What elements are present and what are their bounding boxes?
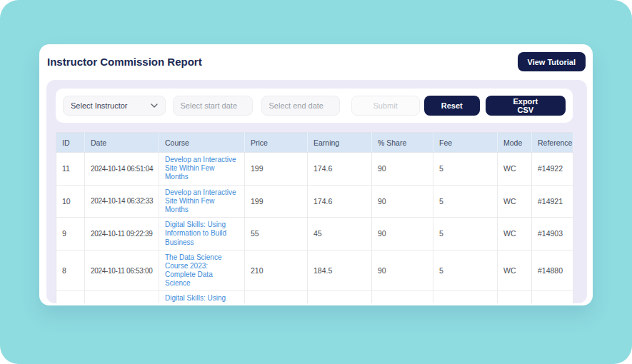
column-header-course: Course bbox=[159, 133, 245, 153]
cell-fee: 20 bbox=[433, 291, 498, 303]
cell-mode: WC bbox=[498, 291, 532, 303]
table-header: ID Date Course Price Earning % Share Fee… bbox=[56, 133, 573, 153]
cell-earning: 184.5 bbox=[308, 250, 372, 291]
cell-course: Digital Skills: Using Information to Bui… bbox=[159, 291, 245, 303]
cell-course: Digital Skills: Using Information to Bui… bbox=[159, 218, 245, 251]
table-header-row: ID Date Course Price Earning % Share Fee… bbox=[56, 133, 573, 153]
cell-mode: WC bbox=[498, 185, 532, 218]
cell-mode: WC bbox=[498, 153, 532, 186]
cell-id: 11 bbox=[56, 153, 85, 186]
card-header: Instructor Commission Report View Tutori… bbox=[39, 44, 593, 71]
cell-price: 210 bbox=[245, 250, 308, 291]
cell-date: 2024-10-14 06:32:33 bbox=[85, 185, 159, 218]
table-row: 10 2024-10-14 06:32:33 Develop an Intera… bbox=[56, 185, 573, 218]
commission-report-card: Instructor Commission Report View Tutori… bbox=[39, 44, 593, 305]
column-header-mode: Mode bbox=[498, 133, 532, 153]
view-tutorial-button[interactable]: View Tutorial bbox=[518, 52, 586, 71]
cell-fee: 5 bbox=[433, 218, 498, 251]
cell-price: 199 bbox=[245, 185, 308, 218]
course-link[interactable]: Develop an Interactive Site Within Few M… bbox=[165, 188, 239, 215]
cell-course: The Data Science Course 2023: Complete D… bbox=[159, 250, 245, 291]
column-header-reference: Reference bbox=[532, 133, 573, 153]
cell-reference: #14179 bbox=[532, 291, 573, 303]
cell-course: Develop an Interactive Site Within Few M… bbox=[159, 153, 245, 186]
cell-earning: 45 bbox=[308, 218, 372, 251]
cell-earning: 174.6 bbox=[308, 185, 372, 218]
table-body: 11 2024-10-14 06:51:04 Develop an Intera… bbox=[56, 153, 573, 304]
cell-mode: WC bbox=[498, 250, 532, 291]
cell-date: 2024-10-14 06:51:04 bbox=[85, 153, 159, 186]
end-date-input[interactable] bbox=[261, 96, 340, 116]
column-header-share: % Share bbox=[372, 133, 433, 153]
cell-fee: 5 bbox=[433, 153, 498, 186]
submit-button[interactable]: Submit bbox=[351, 96, 420, 116]
report-panel: Select Instructor Submit Reset Export CS… bbox=[46, 80, 587, 303]
course-link[interactable]: The Data Science Course 2023: Complete D… bbox=[165, 253, 239, 288]
cell-id: 7 bbox=[56, 291, 85, 303]
cell-share: 90 bbox=[372, 153, 433, 186]
cell-share: 50 bbox=[372, 291, 433, 303]
cell-share: 90 bbox=[372, 218, 433, 251]
table-row: 9 2024-10-11 09:22:39 Digital Skills: Us… bbox=[56, 218, 573, 251]
cell-reference: #14903 bbox=[532, 218, 573, 251]
cell-fee: 5 bbox=[433, 185, 498, 218]
chevron-down-icon bbox=[151, 103, 158, 108]
column-header-price: Price bbox=[245, 133, 308, 153]
course-link[interactable]: Digital Skills: Using Information to Bui… bbox=[165, 221, 239, 247]
cell-reference: #14880 bbox=[532, 250, 573, 291]
instructor-select[interactable]: Select Instructor bbox=[63, 96, 166, 116]
cell-price: 55 bbox=[245, 291, 308, 303]
reset-button[interactable]: Reset bbox=[424, 96, 480, 116]
cell-id: 8 bbox=[56, 250, 85, 291]
cell-earning: 174.6 bbox=[308, 153, 372, 186]
table-row: 8 2024-10-11 06:53:00 The Data Science C… bbox=[56, 250, 573, 291]
column-header-date: Date bbox=[85, 133, 159, 153]
cell-mode: WC bbox=[498, 218, 532, 251]
column-header-fee: Fee bbox=[433, 133, 498, 153]
cell-share: 90 bbox=[372, 185, 433, 218]
cell-share: 90 bbox=[372, 250, 433, 291]
start-date-input[interactable] bbox=[173, 96, 253, 116]
page-title: Instructor Commission Report bbox=[47, 56, 202, 68]
cell-date: 2024-10-11 09:22:39 bbox=[85, 218, 159, 251]
cell-id: 10 bbox=[56, 185, 85, 218]
cell-earning: 17.5 bbox=[308, 291, 372, 303]
export-csv-button[interactable]: Export CSV bbox=[486, 96, 566, 116]
cell-date: 2024-10-04 08:26:41 bbox=[85, 291, 159, 303]
filter-bar: Select Instructor Submit Reset Export CS… bbox=[56, 89, 573, 123]
cell-price: 55 bbox=[245, 218, 308, 251]
cell-fee: 5 bbox=[433, 250, 498, 291]
table-row: 11 2024-10-14 06:51:04 Develop an Intera… bbox=[56, 153, 573, 186]
cell-price: 199 bbox=[245, 153, 308, 186]
table-row: 7 2024-10-04 08:26:41 Digital Skills: Us… bbox=[56, 291, 573, 303]
column-header-earning: Earning bbox=[308, 133, 372, 153]
cell-reference: #14921 bbox=[532, 185, 573, 218]
course-link[interactable]: Digital Skills: Using Information to Bui… bbox=[165, 294, 239, 303]
cell-date: 2024-10-11 06:53:00 bbox=[85, 250, 159, 291]
cell-course: Develop an Interactive Site Within Few M… bbox=[159, 185, 245, 218]
instructor-select-value: Select Instructor bbox=[71, 101, 127, 110]
cell-reference: #14922 bbox=[532, 153, 573, 186]
column-header-id: ID bbox=[56, 133, 85, 153]
cell-id: 9 bbox=[56, 218, 85, 251]
page-background: Instructor Commission Report View Tutori… bbox=[0, 0, 632, 364]
course-link[interactable]: Develop an Interactive Site Within Few M… bbox=[165, 156, 239, 182]
commission-table: ID Date Course Price Earning % Share Fee… bbox=[56, 132, 573, 303]
